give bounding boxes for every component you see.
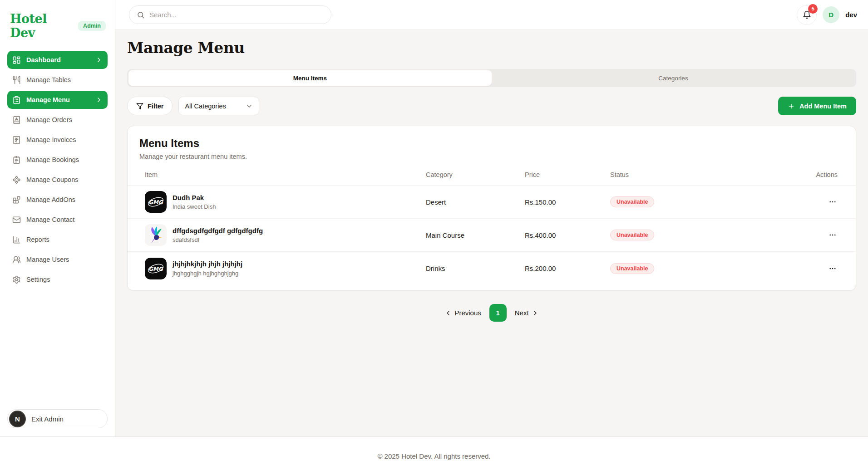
item-price: Rs.400.00: [525, 231, 610, 239]
chevron-right-icon: [532, 309, 539, 317]
sidebar-item-reports[interactable]: Reports: [7, 230, 108, 249]
notifications-button[interactable]: 5: [797, 5, 817, 25]
brand-row: Hotel Dev Admin: [0, 0, 115, 47]
item-name: Dudh Pak: [173, 194, 216, 202]
sidebar-item-manage-users[interactable]: Manage Users: [7, 250, 108, 269]
sidebar-item-label: Manage Bookings: [26, 156, 79, 163]
filter-button-label: Filter: [148, 103, 163, 110]
previous-page-label: Previous: [454, 309, 481, 317]
chevron-left-icon: [444, 309, 452, 317]
tab-menu-items[interactable]: Menu Items: [128, 70, 492, 86]
row-actions-menu-button[interactable]: [828, 196, 838, 208]
status-badge: Unavailable: [610, 196, 654, 207]
bar-chart-icon: [12, 235, 21, 244]
notification-count-badge: 5: [808, 4, 818, 14]
status-badge: Unavailable: [610, 230, 654, 240]
add-menu-item-button[interactable]: Add Menu Item: [778, 97, 856, 115]
item-thumbnail-bird-image: [145, 224, 167, 246]
dashboard-grid-icon: [12, 56, 21, 64]
sidebar-item-label: Manage Tables: [26, 76, 71, 83]
row-actions-menu-button[interactable]: [828, 229, 838, 241]
topbar: 5 D dev: [115, 0, 868, 30]
row-actions-menu-button[interactable]: [828, 263, 838, 274]
item-thumbnail-gmg-logo: GMG: [145, 191, 167, 213]
sidebar-item-manage-coupons[interactable]: Manage Coupons: [7, 171, 108, 189]
table-header-row: Item Category Price Status Actions: [128, 164, 856, 186]
card-subtitle: Manage your restaurant menu items.: [139, 153, 838, 160]
sidebar-item-label: Manage Invoices: [26, 136, 76, 143]
category-filter-dropdown[interactable]: All Categories: [178, 97, 259, 115]
plus-icon: [788, 103, 795, 110]
exit-admin-label: Exit Admin: [31, 415, 64, 423]
current-page-button[interactable]: 1: [489, 304, 507, 322]
item-category: Desert: [426, 198, 525, 206]
blocks-icon: [12, 196, 21, 204]
filter-button[interactable]: Filter: [127, 97, 173, 115]
notepad-icon: [12, 156, 21, 164]
sidebar-item-label: Settings: [26, 276, 50, 283]
item-category: Main Course: [426, 231, 525, 239]
sidebar-item-manage-menu[interactable]: Manage Menu: [7, 91, 108, 109]
admin-badge: Admin: [78, 21, 106, 31]
item-price: Rs.200.00: [525, 264, 610, 272]
sidebar-item-label: Manage Contact: [26, 216, 74, 223]
brand-logo: Hotel Dev: [10, 12, 74, 40]
svg-text:GMG: GMG: [148, 199, 163, 206]
main-content: Manage Menu Menu Items Categories Filter…: [115, 30, 868, 436]
table-row: dffgdsgdfgdfgdf gdfgdfgdfg sdafdsfsdf Ma…: [128, 219, 856, 252]
user-name: dev: [845, 11, 857, 19]
exit-admin-button[interactable]: N Exit Admin: [7, 409, 108, 428]
item-name: jhjhjhkjhjh jhjh jhjhjhj: [173, 260, 242, 269]
tabs-bar: Menu Items Categories: [127, 69, 856, 87]
utensils-icon: [12, 76, 21, 84]
sidebar-item-label: Manage Orders: [26, 116, 72, 123]
sidebar-item-manage-invoices[interactable]: Manage Invoices: [7, 131, 108, 149]
ellipsis-icon: [829, 231, 837, 239]
sidebar-item-label: Manage Users: [26, 256, 69, 263]
category-filter-value: All Categories: [185, 103, 226, 110]
sidebar-item-manage-contact[interactable]: Manage Contact: [7, 211, 108, 229]
user-avatar[interactable]: D: [823, 6, 839, 23]
sidebar-item-manage-addons[interactable]: Manage AddOns: [7, 191, 108, 209]
sidebar-item-label: Dashboard: [26, 56, 61, 64]
topbar-right: 5 D dev: [797, 5, 868, 25]
chevron-right-icon: [95, 96, 103, 103]
sidebar: Hotel Dev Admin Dashboard Manage Tables: [0, 0, 115, 436]
chevron-right-icon: [95, 56, 103, 64]
next-page-button[interactable]: Next: [515, 309, 539, 317]
sidebar-item-label: Reports: [26, 236, 49, 243]
search-input[interactable]: [149, 11, 324, 19]
sidebar-item-label: Manage Coupons: [26, 176, 78, 183]
sidebar-item-dashboard[interactable]: Dashboard: [7, 51, 108, 69]
users-icon: [12, 255, 21, 264]
book-icon: [12, 116, 21, 124]
page-title: Manage Menu: [127, 39, 856, 57]
item-description: jhghgghgjh hgjhghghjghg: [173, 270, 242, 277]
item-description: India sweet Dish: [173, 203, 216, 210]
pagination: Previous 1 Next: [127, 304, 856, 322]
item-description: sdafdsfsdf: [173, 236, 263, 243]
sidebar-item-manage-orders[interactable]: Manage Orders: [7, 111, 108, 129]
sidebar-item-settings[interactable]: Settings: [7, 270, 108, 289]
menu-items-card: Menu Items Manage your restaurant menu i…: [127, 126, 856, 291]
sidebar-item-manage-bookings[interactable]: Manage Bookings: [7, 151, 108, 169]
column-header-actions: Actions: [784, 171, 838, 178]
column-header-price: Price: [525, 171, 610, 178]
svg-text:GMG: GMG: [148, 265, 163, 272]
sidebar-item-manage-tables[interactable]: Manage Tables: [7, 71, 108, 89]
receipt-rupee-icon: [12, 136, 21, 144]
item-price: Rs.150.00: [525, 198, 610, 206]
previous-page-button[interactable]: Previous: [444, 309, 481, 317]
table-row: GMG Dudh Pak India sweet Dish Desert Rs.…: [128, 186, 856, 219]
item-thumbnail-gmg-logo: GMG: [145, 258, 167, 279]
diamonds-icon: [12, 176, 21, 184]
ellipsis-icon: [829, 198, 837, 206]
status-badge: Unavailable: [610, 263, 654, 274]
search-box[interactable]: [129, 5, 331, 24]
next-page-label: Next: [515, 309, 529, 317]
mail-icon: [12, 215, 21, 224]
clipboard-list-icon: [12, 96, 21, 104]
tab-categories[interactable]: Categories: [492, 70, 855, 86]
ellipsis-icon: [829, 264, 837, 273]
filter-row: Filter All Categories Add Menu Item: [127, 97, 856, 115]
